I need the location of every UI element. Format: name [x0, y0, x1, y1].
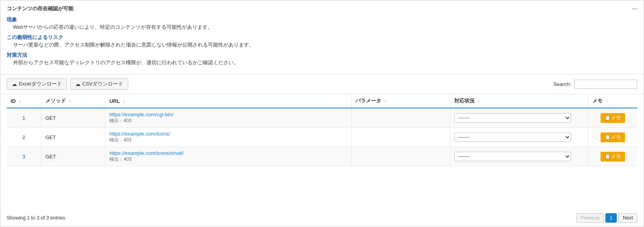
cell-method: GET	[41, 108, 105, 128]
cell-method: GET	[41, 128, 105, 147]
cell-status: -------対応済対応不要確認中	[450, 108, 588, 128]
table-row: 3GEThttps://example.com/icons/small/検出：4…	[7, 147, 637, 166]
status-select[interactable]: -------対応済対応不要確認中	[454, 113, 571, 123]
detect-text: 検出：403	[109, 156, 131, 162]
col-url-label: URL	[109, 98, 120, 104]
cell-memo: 📋メモ	[588, 147, 637, 166]
table-section: ID ↕ メソッド ↕ URL ↕ パラメータ ↕	[0, 94, 644, 209]
info-phenomenon-title: 現象	[7, 16, 637, 23]
info-block-risk: この脆弱性によるリスク サーバ更新などの際、アクセス制限が解除された場合に意図し…	[7, 34, 637, 48]
info-block-measure: 対策方法 外部からアクセス可能なディレクトリのアクセス権限が、適切に行われている…	[7, 52, 637, 66]
url-link[interactable]: https://example.com/cgi-bin/	[109, 112, 347, 117]
cell-id: 3	[7, 147, 41, 166]
cell-status: -------対応済対応不要確認中	[450, 147, 588, 166]
col-url-sort-icon[interactable]: ↕	[123, 99, 125, 104]
col-param-sort-icon[interactable]: ↕	[384, 99, 387, 103]
col-param: パラメータ ↕	[352, 94, 450, 108]
cell-status: -------対応済対応不要確認中	[450, 128, 588, 147]
cell-id: 1	[7, 108, 41, 128]
col-id-label: ID	[11, 98, 16, 104]
col-id: ID ↕	[7, 94, 41, 108]
status-select[interactable]: -------対応済対応不要確認中	[454, 132, 571, 142]
cell-url: https://example.com/icons/検出：403	[105, 128, 352, 147]
info-measure-title: 対策方法	[7, 52, 637, 59]
page-1-button[interactable]: 1	[605, 213, 617, 223]
cell-id: 2	[7, 128, 41, 147]
memo-button[interactable]: 📋メモ	[601, 132, 625, 142]
detect-text: 検出：403	[109, 137, 131, 143]
next-button[interactable]: Next	[618, 213, 637, 223]
cell-url: https://example.com/cgi-bin/検出：403	[105, 108, 352, 128]
memo-button[interactable]: 📋メモ	[601, 152, 625, 162]
search-area: Search:	[553, 80, 637, 89]
detect-text: 検出：403	[109, 118, 131, 123]
col-memo-sort-icon[interactable]: ↕	[605, 99, 608, 103]
csv-download-label: CSVダウンロード	[82, 81, 124, 87]
col-param-label: パラメータ	[356, 98, 381, 104]
status-select[interactable]: -------対応済対応不要確認中	[454, 152, 571, 161]
data-table: ID ↕ メソッド ↕ URL ↕ パラメータ ↕	[7, 94, 637, 166]
cell-url: https://example.com/icons/small/検出：403	[105, 147, 352, 166]
excel-download-button[interactable]: ☁ Excelダウンロード	[7, 78, 67, 90]
col-memo: メモ ↕	[588, 94, 637, 108]
cell-memo: 📋メモ	[588, 108, 637, 128]
search-input[interactable]	[574, 80, 637, 89]
col-method-sort-icon[interactable]: ↕	[69, 99, 71, 103]
col-status-label: 対応状況	[454, 98, 475, 104]
previous-button[interactable]: Previous	[576, 213, 604, 223]
page-wrapper: コンテンツの存在確認が可能 — 現象 Webサーバからの応答の違いにより、特定の…	[0, 0, 644, 227]
cell-param	[352, 108, 450, 128]
pagination: Previous 1 Next	[576, 213, 637, 223]
table-body: 1GEThttps://example.com/cgi-bin/検出：403--…	[7, 108, 637, 166]
table-header-row: ID ↕ メソッド ↕ URL ↕ パラメータ ↕	[7, 94, 637, 108]
csv-download-icon: ☁	[75, 81, 80, 87]
entries-info: Showing 1 to 3 of 3 entries	[7, 215, 65, 221]
info-block-phenomenon: 現象 Webサーバからの応答の違いにより、特定のコンテンツが存在する可能性があり…	[7, 16, 637, 31]
info-measure-text: 外部からアクセス可能なディレクトリのアクセス権限が、適切に行われているかご確認く…	[7, 60, 637, 66]
url-link[interactable]: https://example.com/icons/	[109, 131, 347, 137]
info-risk-title: この脆弱性によるリスク	[7, 34, 637, 41]
table-row: 1GEThttps://example.com/cgi-bin/検出：403--…	[7, 108, 637, 128]
info-phenomenon-text: Webサーバからの応答の違いにより、特定のコンテンツが存在する可能性があります。	[7, 24, 637, 31]
excel-download-label: Excelダウンロード	[19, 81, 62, 87]
table-row: 2GEThttps://example.com/icons/検出：403----…	[7, 128, 637, 147]
url-link[interactable]: https://example.com/icons/small/	[109, 150, 347, 156]
cell-method: GET	[41, 147, 105, 166]
col-method: メソッド ↕	[41, 94, 105, 108]
cell-param	[352, 147, 450, 166]
col-memo-label: メモ	[592, 98, 603, 104]
col-id-sort-icon[interactable]: ↕	[19, 99, 21, 104]
col-status: 対応状況 ↕	[450, 94, 588, 108]
col-method-label: メソッド	[45, 98, 66, 104]
info-section: コンテンツの存在確認が可能 — 現象 Webサーバからの応答の違いにより、特定の…	[0, 0, 644, 74]
cell-memo: 📋メモ	[588, 128, 637, 147]
col-status-sort-icon[interactable]: ↕	[478, 99, 480, 103]
info-risk-text: サーバ更新などの際、アクセス制限が解除された場合に意図しない情報が公開される可能…	[7, 42, 637, 48]
excel-download-icon: ☁	[12, 81, 17, 87]
memo-button[interactable]: 📋メモ	[601, 113, 625, 123]
search-label: Search:	[553, 81, 571, 87]
col-url: URL ↕	[105, 94, 352, 108]
toolbar: ☁ Excelダウンロード ☁ CSVダウンロード Search:	[0, 74, 644, 94]
csv-download-button[interactable]: ☁ CSVダウンロード	[70, 78, 129, 90]
cell-param	[352, 128, 450, 147]
table-footer: Showing 1 to 3 of 3 entries Previous 1 N…	[0, 209, 644, 227]
page-title: コンテンツの存在確認が可能	[7, 5, 637, 12]
minimize-icon[interactable]: —	[632, 5, 637, 11]
